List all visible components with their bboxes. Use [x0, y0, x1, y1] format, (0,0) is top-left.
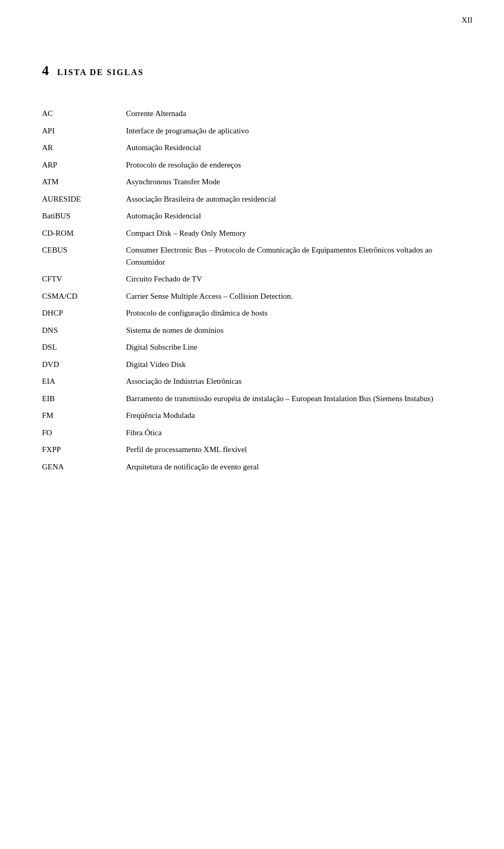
acronym-abbr: GENA: [42, 458, 126, 476]
acronym-definition: Digital Vídeo Disk: [126, 356, 462, 373]
table-row: DVDDigital Vídeo Disk: [42, 356, 462, 373]
acronym-abbr: ATM: [42, 173, 126, 191]
table-row: BatiBUSAutomação Residencial: [42, 207, 462, 225]
acronym-abbr: BatiBUS: [42, 207, 126, 225]
table-row: DHCPProtocolo de configuração dinâmica d…: [42, 305, 462, 322]
acronym-definition: Compact Disk – Ready Only Memory: [126, 225, 462, 242]
acronym-definition: Interface de programação de aplicativo: [126, 122, 462, 140]
chapter-number: 4: [42, 63, 49, 79]
table-row: APIInterface de programação de aplicativ…: [42, 122, 462, 140]
acronym-definition: Protocolo de resolução de endereços: [126, 156, 462, 174]
acronym-table: ACCorrente AlternadaAPIInterface de prog…: [42, 105, 462, 475]
acronym-definition: Automação Residencial: [126, 207, 462, 225]
table-row: FMFreqüência Modulada: [42, 407, 462, 424]
acronym-abbr: AURESIDE: [42, 191, 126, 208]
acronym-definition: Associação Brasileira de automação resid…: [126, 191, 462, 208]
table-row: CEBUSConsumer Electronic Bus – Protocolo…: [42, 242, 462, 270]
table-row: DSLDigital Subscribe Line: [42, 339, 462, 356]
acronym-definition: Associação de Indústrias Eletrônicas: [126, 373, 462, 390]
acronym-abbr: DVD: [42, 356, 126, 373]
acronym-definition: Consumer Electronic Bus – Protocolo de C…: [126, 242, 462, 270]
acronym-definition: Barramento de transmissão européia de in…: [126, 390, 462, 407]
acronym-definition: Protocolo de configuração dinâmica de ho…: [126, 305, 462, 322]
table-row: ACCorrente Alternada: [42, 105, 462, 122]
acronym-definition: Digital Subscribe Line: [126, 339, 462, 356]
acronym-abbr: CD-ROM: [42, 225, 126, 242]
acronym-definition: Perfil de processamento XML flexível: [126, 441, 462, 458]
acronym-abbr: EIB: [42, 390, 126, 407]
acronym-definition: Carrier Sense Multiple Access – Collisio…: [126, 288, 462, 305]
chapter-title: LISTA DE SIGLAS: [57, 68, 144, 77]
table-row: EIBBarramento de transmissão européia de…: [42, 390, 462, 407]
table-row: CD-ROMCompact Disk – Ready Only Memory: [42, 225, 462, 242]
chapter-heading: 4 LISTA DE SIGLAS: [42, 63, 462, 79]
acronym-abbr: DHCP: [42, 305, 126, 322]
acronym-abbr: DSL: [42, 339, 126, 356]
table-row: ARPProtocolo de resolução de endereços: [42, 156, 462, 174]
table-row: CSMA/CDCarrier Sense Multiple Access – C…: [42, 288, 462, 305]
table-row: ATMAsynchronous Transfer Mode: [42, 173, 462, 191]
acronym-abbr: AC: [42, 105, 126, 122]
acronym-abbr: AR: [42, 139, 126, 156]
acronym-abbr: CSMA/CD: [42, 288, 126, 305]
acronym-definition: Sistema de nomes de domínios: [126, 322, 462, 339]
acronym-abbr: DNS: [42, 322, 126, 339]
acronym-abbr: ARP: [42, 156, 126, 174]
table-row: EIAAssociação de Indústrias Eletrônicas: [42, 373, 462, 390]
acronym-definition: Freqüência Modulada: [126, 407, 462, 424]
table-row: FXPPPerfil de processamento XML flexível: [42, 441, 462, 458]
acronym-abbr: CFTV: [42, 270, 126, 288]
table-row: GENAArquitetura de notificação de evento…: [42, 458, 462, 476]
acronym-definition: Asynchronous Transfer Mode: [126, 173, 462, 191]
table-row: AURESIDEAssociação Brasileira de automaç…: [42, 191, 462, 208]
acronym-abbr: CEBUS: [42, 242, 126, 270]
acronym-definition: Automação Residencial: [126, 139, 462, 156]
table-row: CFTVCircuito Fechado de TV: [42, 270, 462, 288]
acronym-abbr: FXPP: [42, 441, 126, 458]
acronym-definition: Corrente Alternada: [126, 105, 462, 122]
acronym-abbr: EIA: [42, 373, 126, 390]
table-row: DNSSistema de nomes de domínios: [42, 322, 462, 339]
acronym-abbr: API: [42, 122, 126, 140]
acronym-abbr: FO: [42, 424, 126, 442]
acronym-definition: Arquitetura de notificação de evento ger…: [126, 458, 462, 476]
acronym-abbr: FM: [42, 407, 126, 424]
table-row: ARAutomação Residencial: [42, 139, 462, 156]
acronym-definition: Fibra Ótica: [126, 424, 462, 442]
table-row: FOFibra Ótica: [42, 424, 462, 442]
acronym-definition: Circuito Fechado de TV: [126, 270, 462, 288]
page-number: XII: [461, 16, 472, 25]
